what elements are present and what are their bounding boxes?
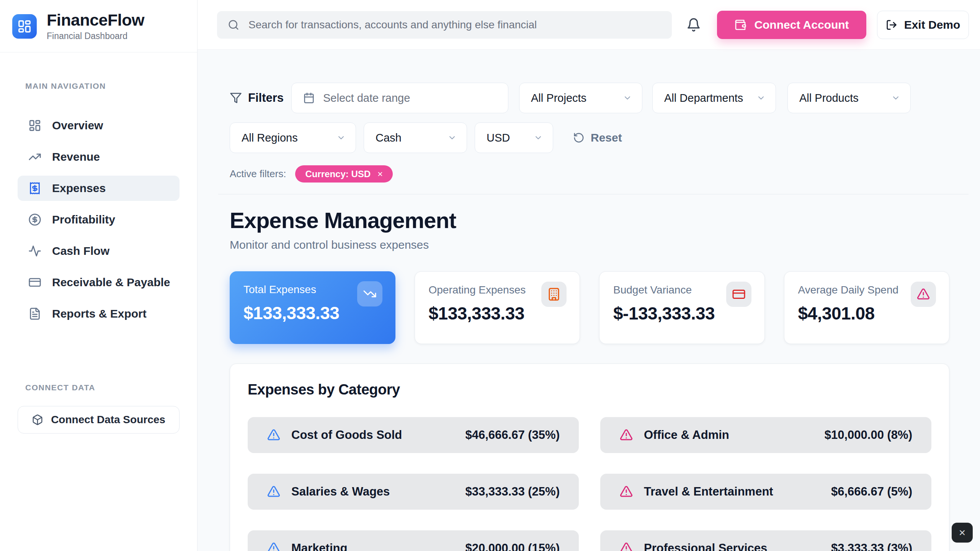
reset-label: Reset: [591, 131, 622, 144]
sidebar-item-cash-flow[interactable]: Cash Flow: [18, 238, 180, 264]
filters-title: Filters: [230, 91, 284, 105]
payment-method-select-value: Cash: [376, 132, 402, 144]
app-title: FinanceFlow: [47, 11, 144, 29]
app-tagline: Financial Dashboard: [47, 31, 144, 41]
category-value: $33,333.33 (25%): [466, 485, 560, 499]
currency-select-value: USD: [487, 132, 510, 144]
page-subtitle: Monitor and control business expenses: [230, 238, 949, 251]
date-range-placeholder: Select date range: [323, 92, 410, 104]
category-name: Professional Services: [644, 541, 767, 551]
circle-dollar-icon: [28, 213, 41, 226]
notifications-bell-icon[interactable]: [686, 18, 701, 32]
regions-select[interactable]: All Regions: [230, 122, 356, 153]
active-filters-label: Active filters:: [230, 168, 286, 180]
app-logo-icon: [12, 14, 37, 39]
section-divider: [218, 194, 969, 194]
card-icon-tile: [726, 282, 751, 307]
projects-select[interactable]: All Projects: [519, 83, 642, 113]
active-filters-row: Active filters: Currency: USD ×: [230, 165, 949, 183]
connect-data-sources-button[interactable]: Connect Data Sources: [18, 406, 180, 434]
search-box[interactable]: [217, 11, 672, 39]
reset-filters-button[interactable]: Reset: [573, 131, 622, 144]
category-name: Salaries & Wages: [291, 485, 390, 499]
exit-demo-label: Exit Demo: [904, 18, 960, 31]
operating-expenses-card[interactable]: Operating Expenses $133,333.33: [415, 271, 580, 344]
alert-triangle-icon: [619, 541, 633, 551]
active-filter-chip-label: Currency: USD: [305, 169, 371, 179]
search-input[interactable]: [248, 18, 661, 31]
connect-account-label: Connect Account: [754, 18, 849, 31]
file-text-icon: [28, 307, 41, 320]
topbar: Connect Account Exit Demo: [198, 0, 980, 50]
average-daily-spend-card[interactable]: Average Daily Spend $4,301.08: [784, 271, 950, 344]
sidebar-item-label: Revenue: [52, 150, 100, 163]
category-row-salaries-wages[interactable]: Salaries & Wages $33,333.33 (25%): [248, 474, 579, 510]
sidebar-item-reports-export[interactable]: Reports & Export: [18, 301, 180, 326]
funnel-icon: [230, 92, 242, 104]
card-icon-tile: [357, 281, 382, 306]
sidebar-item-label: Receivable & Payable: [52, 276, 170, 289]
sidebar-item-expenses[interactable]: Expenses: [18, 176, 180, 201]
chip-close-icon[interactable]: ×: [377, 169, 383, 179]
sidebar-item-label: Expenses: [52, 182, 106, 195]
app-root: FinanceFlow Financial Dashboard MAIN NAV…: [0, 0, 980, 551]
regions-select-value: All Regions: [242, 132, 298, 144]
brand-text: FinanceFlow Financial Dashboard: [47, 11, 144, 41]
departments-select-value: All Departments: [664, 92, 743, 104]
payment-method-select[interactable]: Cash: [364, 122, 467, 153]
sidebar-item-revenue[interactable]: Revenue: [18, 144, 180, 170]
sidebar-item-overview[interactable]: Overview: [18, 113, 180, 138]
budget-variance-card[interactable]: Budget Variance $-133,333.33: [599, 271, 765, 344]
chevron-down-icon: [623, 93, 632, 103]
chevron-down-icon: [534, 133, 543, 142]
nav-section-heading: MAIN NAVIGATION: [25, 82, 197, 91]
category-name: Office & Admin: [644, 428, 729, 442]
package-icon: [32, 414, 43, 425]
sidebar-item-label: Profitability: [52, 213, 115, 226]
card-icon-tile: [911, 282, 936, 307]
departments-select[interactable]: All Departments: [652, 83, 776, 113]
category-row-cost-of-goods-sold[interactable]: Cost of Goods Sold $46,666.67 (35%): [248, 417, 579, 453]
projects-select-value: All Projects: [531, 92, 586, 104]
category-value: $20,000.00 (15%): [466, 541, 560, 551]
category-name: Cost of Goods Sold: [291, 428, 402, 442]
page-title: Expense Management: [230, 209, 949, 232]
filters-row-2: All Regions Cash USD Reset: [230, 122, 949, 153]
chevron-down-icon: [336, 133, 346, 142]
connect-data-sources-label: Connect Data Sources: [51, 414, 165, 426]
connect-account-button[interactable]: Connect Account: [717, 11, 866, 39]
category-grid: Cost of Goods Sold $46,666.67 (35%) Offi…: [248, 417, 931, 551]
wallet-icon: [734, 19, 746, 31]
summary-cards: Total Expenses $133,333.33 Operating Exp…: [230, 271, 949, 344]
floating-close-button[interactable]: ×: [952, 523, 973, 543]
total-expenses-card[interactable]: Total Expenses $133,333.33: [230, 271, 395, 344]
credit-card-icon: [732, 287, 746, 301]
currency-select[interactable]: USD: [475, 122, 553, 153]
alert-triangle-icon: [267, 485, 281, 499]
sidebar-item-profitability[interactable]: Profitability: [18, 207, 180, 232]
category-row-professional-services[interactable]: Professional Services $3,333.33 (3%): [600, 530, 931, 551]
rotate-ccw-icon: [573, 132, 585, 143]
active-filter-chip[interactable]: Currency: USD ×: [295, 165, 393, 183]
card-icon-tile: [541, 282, 567, 307]
exit-demo-button[interactable]: Exit Demo: [877, 11, 969, 39]
sidebar-item-label: Cash Flow: [52, 245, 109, 258]
category-name: Travel & Entertainment: [644, 485, 773, 499]
receipt-icon: [28, 182, 41, 195]
category-row-marketing[interactable]: Marketing $20,000.00 (15%): [248, 530, 579, 551]
sidebar: FinanceFlow Financial Dashboard MAIN NAV…: [0, 0, 198, 551]
products-select-value: All Products: [799, 92, 859, 104]
sidebar-item-receivable-payable[interactable]: Receivable & Payable: [18, 270, 180, 295]
filters-row-1: Filters Select date range All Projects A…: [230, 83, 949, 113]
category-row-travel-entertainment[interactable]: Travel & Entertainment $6,666.67 (5%): [600, 474, 931, 510]
date-range-picker[interactable]: Select date range: [291, 83, 508, 113]
chevron-down-icon: [448, 133, 457, 142]
brand: FinanceFlow Financial Dashboard: [0, 0, 197, 52]
category-row-office-admin[interactable]: Office & Admin $10,000.00 (8%): [600, 417, 931, 453]
layout-dashboard-icon: [28, 119, 41, 132]
sidebar-item-label: Overview: [52, 119, 103, 132]
category-value: $10,000.00 (8%): [825, 428, 912, 442]
alert-triangle-icon: [267, 541, 281, 551]
products-select[interactable]: All Products: [787, 83, 911, 113]
calendar-icon: [303, 92, 315, 104]
